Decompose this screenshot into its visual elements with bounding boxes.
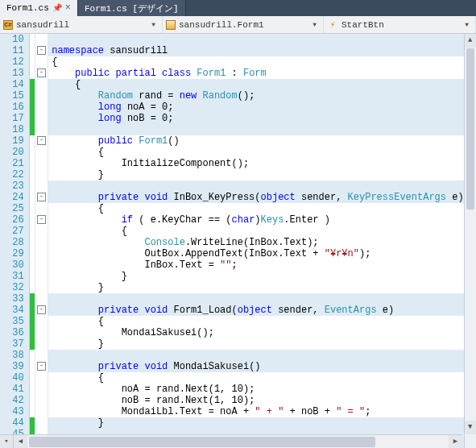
nav-class-label: sansudrill.Form1 [179,20,264,30]
code-line[interactable]: OutBox.AppendText(InBox.Text + "¥r¥n"); [48,248,463,259]
code-line[interactable] [48,124,463,135]
line-number-gutter: 1011121314151617181920212223242526272829… [0,34,30,448]
horizontal-scrollbar[interactable]: ▾ ◀ ▶ [0,434,462,448]
pin-icon[interactable]: 📌 [52,3,62,13]
fold-toggle[interactable]: - [37,215,46,224]
code-line[interactable]: private void MondaiSakusei() [48,361,463,372]
line-number: 20 [0,147,24,158]
change-mark [30,79,35,135]
code-line[interactable]: namespace sansudrill [48,45,463,56]
code-line[interactable]: { [48,316,463,327]
code-line[interactable] [48,293,463,305]
code-line[interactable]: MondaiSakusei(); [48,327,463,338]
line-number: 37 [0,338,24,350]
code-line[interactable]: MondaiLbl.Text = noA + " + " + noB + " =… [48,406,463,417]
change-mark [30,293,35,350]
code-line[interactable]: } [48,417,463,429]
line-number: 42 [0,395,24,406]
line-number: 12 [0,56,24,68]
code-line[interactable]: private void InBox_KeyPress(object sende… [48,192,463,203]
line-number: 13 [0,68,24,79]
tab-form1-cs[interactable]: Form1.cs 📌 × [0,0,78,16]
line-number: 40 [0,372,24,384]
code-line[interactable]: InBox.Text = ""; [48,259,463,271]
vertical-scrollbar[interactable]: ▲ ▼ [464,34,476,448]
code-line[interactable] [48,350,463,361]
fold-toggle[interactable]: - [37,362,46,371]
line-number: 29 [0,248,24,259]
code-line[interactable] [48,180,463,192]
fold-toggle[interactable]: - [37,136,46,145]
code-area[interactable]: namespace sansudrill{ public partial cla… [48,34,463,448]
tab-strip: Form1.cs 📌 × Form1.cs [デザイン] [0,0,476,16]
fold-toggle[interactable]: - [37,46,46,55]
code-line[interactable]: public partial class Form1 : Form [48,68,463,79]
code-line[interactable]: noB = rand.Next(1, 10); [48,395,463,406]
chevron-down-icon: ▼ [465,21,472,28]
nav-scope-dropdown[interactable]: C# sansudrill ▼ [0,16,163,33]
line-number: 10 [0,34,24,45]
close-icon[interactable]: × [65,2,71,14]
vertical-scroll-thumb[interactable] [466,48,474,209]
code-line[interactable] [48,34,463,45]
chevron-down-icon: ▼ [313,21,320,28]
line-number: 44 [0,417,24,429]
code-line[interactable]: Random rand = new Random(); [48,90,463,102]
line-number: 26 [0,214,24,226]
split-dropdown-icon[interactable]: ▾ [0,435,14,448]
line-number: 43 [0,406,24,417]
line-number: 16 [0,102,24,113]
scroll-up-arrow[interactable]: ▲ [465,34,476,48]
fold-toggle[interactable]: - [37,305,46,314]
line-number: 11 [0,45,24,56]
code-line[interactable]: Console.WriteLine(InBox.Text); [48,237,463,248]
code-line[interactable]: { [48,56,463,68]
horizontal-scroll-thumb[interactable] [29,437,375,447]
line-number: 34 [0,305,24,316]
code-line[interactable]: if ( e.KeyChar == (char)Keys.Enter ) [48,214,463,226]
line-number: 22 [0,169,24,180]
code-line[interactable]: } [48,169,463,180]
line-number: 23 [0,180,24,192]
line-number: 21 [0,158,24,169]
code-line[interactable]: long noA = 0; [48,102,463,113]
code-line[interactable]: noA = rand.Next(1, 10); [48,384,463,395]
chevron-down-icon: ▼ [151,21,159,28]
code-line[interactable]: private void Form1_Load(object sender, E… [48,305,463,316]
code-line[interactable]: { [48,372,463,384]
navigation-bar: C# sansudrill ▼ sansudrill.Form1 ▼ Start… [0,16,476,34]
line-number: 18 [0,124,24,135]
line-number: 19 [0,135,24,147]
tab-form1-design[interactable]: Form1.cs [デザイン] [78,0,186,16]
code-line[interactable]: long noB = 0; [48,113,463,124]
code-line[interactable]: { [48,203,463,214]
tab-label: Form1.cs [6,3,49,13]
line-number: 30 [0,259,24,271]
fold-toggle[interactable]: - [37,193,46,201]
nav-member-dropdown[interactable]: StartBtn ▼ [324,16,476,33]
code-line[interactable]: InitializeComponent(); [48,158,463,169]
line-number: 14 [0,79,24,90]
line-number: 33 [0,293,24,305]
fold-toggle[interactable]: - [37,68,46,77]
code-line[interactable]: { [48,226,463,237]
line-number: 32 [0,282,24,293]
code-line[interactable]: { [48,147,463,158]
code-line[interactable]: { [48,79,463,90]
line-number: 24 [0,192,24,203]
scroll-down-arrow[interactable]: ▼ [465,421,476,434]
line-number: 31 [0,271,24,282]
line-number: 28 [0,237,24,248]
scroll-right-arrow[interactable]: ▶ [449,435,462,448]
scroll-left-arrow[interactable]: ◀ [14,435,27,448]
line-number: 35 [0,316,24,327]
code-line[interactable]: } [48,282,463,293]
code-line[interactable]: } [48,338,463,350]
nav-class-dropdown[interactable]: sansudrill.Form1 ▼ [163,16,324,33]
code-line[interactable]: public Form1() [48,135,463,147]
line-number: 17 [0,113,24,124]
code-line[interactable]: } [48,271,463,282]
nav-scope-label: sansudrill [16,20,69,30]
line-number: 25 [0,203,24,214]
code-editor: 1011121314151617181920212223242526272829… [0,34,476,448]
